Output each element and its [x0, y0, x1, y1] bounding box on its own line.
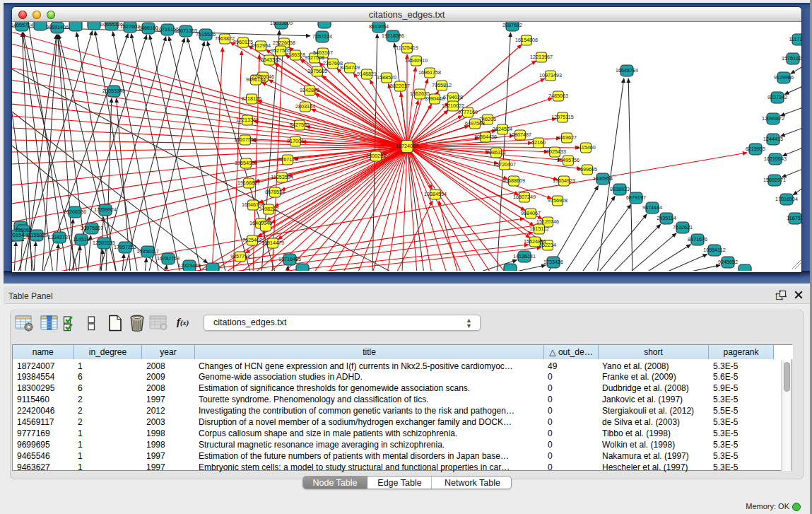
svg-text:1244415: 1244415: [763, 136, 783, 142]
svg-text:12342737: 12342737: [48, 234, 71, 240]
svg-text:14055724: 14055724: [12, 22, 33, 28]
svg-text:8215955: 8215955: [746, 146, 765, 152]
svg-text:8938923: 8938923: [610, 186, 630, 192]
svg-text:1527602: 1527602: [120, 23, 140, 30]
svg-text:15120746: 15120746: [536, 218, 559, 225]
svg-text:15495756: 15495756: [557, 157, 579, 163]
svg-text:1588520: 1588520: [377, 74, 396, 81]
svg-text:116753: 116753: [787, 215, 801, 221]
svg-text:9684067: 9684067: [521, 210, 541, 216]
svg-text:19166827: 19166827: [237, 180, 260, 186]
svg-text:1440954: 1440954: [593, 175, 613, 182]
svg-text:23226058: 23226058: [273, 40, 295, 46]
svg-text:16782759: 16782759: [157, 255, 180, 262]
svg-text:12503135: 12503135: [93, 240, 115, 246]
svg-text:9242848: 9242848: [300, 87, 319, 93]
svg-text:9756928: 9756928: [548, 197, 567, 204]
svg-text:6794028: 6794028: [443, 94, 463, 100]
svg-text:12975115: 12975115: [551, 114, 573, 120]
svg-text:19654983: 19654983: [235, 160, 257, 166]
svg-text:8813054: 8813054: [369, 23, 389, 30]
svg-text:7663822: 7663822: [215, 35, 235, 42]
svg-text:6497568: 6497568: [465, 120, 485, 127]
svg-text:7357224: 7357224: [312, 33, 332, 40]
svg-text:9146821: 9146821: [357, 71, 377, 77]
svg-text:8990448: 8990448: [425, 95, 445, 102]
svg-text:8267110: 8267110: [278, 156, 297, 163]
svg-text:12323448: 12323448: [178, 262, 201, 269]
svg-text:18640910: 18640910: [405, 57, 428, 64]
svg-text:114519: 114519: [73, 236, 89, 243]
svg-text:14136141: 14136141: [513, 253, 536, 259]
svg-text:6879197: 6879197: [626, 194, 646, 201]
svg-text:11156829: 11156829: [26, 232, 48, 238]
svg-text:16961758: 16961758: [418, 69, 441, 76]
svg-text:5463167: 5463167: [313, 49, 333, 56]
svg-text:1615112: 1615112: [529, 226, 548, 232]
svg-text:62160: 62160: [531, 139, 546, 146]
svg-text:7632621: 7632621: [673, 224, 693, 230]
svg-text:16671355: 16671355: [175, 28, 197, 34]
svg-text:8678534: 8678534: [265, 189, 285, 195]
svg-text:16107553: 16107553: [234, 136, 257, 143]
svg-text:8186328: 8186328: [286, 52, 305, 58]
svg-text:20053346: 20053346: [102, 88, 125, 94]
svg-text:2718126: 2718126: [242, 95, 261, 102]
svg-text:9463627: 9463627: [557, 134, 577, 141]
svg-text:1117263: 1117263: [789, 36, 801, 42]
svg-text:8912954: 8912954: [251, 42, 271, 49]
svg-text:10973493: 10973493: [539, 72, 562, 78]
svg-text:9777169: 9777169: [458, 109, 478, 115]
svg-text:9896134: 9896134: [246, 76, 266, 83]
svg-text:9129966: 9129966: [774, 74, 794, 81]
svg-text:19654923: 19654923: [553, 177, 575, 184]
svg-text:19218586: 19218586: [382, 33, 404, 39]
svg-text:10025433: 10025433: [543, 148, 566, 155]
svg-text:20691406: 20691406: [46, 24, 69, 30]
svg-text:2935114: 2935114: [657, 215, 676, 221]
svg-text:7625402: 7625402: [242, 237, 262, 243]
svg-text:917006: 917006: [287, 138, 304, 144]
svg-text:16210022: 16210022: [442, 103, 464, 109]
svg-text:11325419: 11325419: [396, 45, 418, 51]
svg-text:2087682: 2087682: [502, 22, 522, 28]
svg-text:9857791: 9857791: [230, 253, 250, 259]
svg-text:18724007: 18724007: [396, 143, 418, 149]
svg-text:10807487: 10807487: [509, 132, 531, 138]
svg-text:9227342: 9227342: [767, 94, 787, 100]
svg-text:9474444: 9474444: [642, 204, 662, 211]
svg-text:15751024: 15751024: [782, 55, 801, 62]
svg-text:16154808: 16154808: [515, 37, 538, 43]
svg-text:11353594: 11353594: [271, 174, 293, 180]
svg-text:16409948: 16409948: [249, 220, 272, 226]
svg-text:16543382: 16543382: [258, 57, 281, 63]
svg-text:17359924: 17359924: [94, 206, 117, 213]
svg-text:30975867: 30975867: [81, 225, 103, 231]
svg-text:6466160: 6466160: [139, 25, 158, 31]
svg-text:20206536: 20206536: [64, 209, 86, 215]
svg-text:17016504: 17016504: [775, 196, 798, 202]
svg-text:17957253: 17957253: [114, 244, 136, 250]
svg-text:9115460: 9115460: [576, 144, 595, 151]
svg-text:9245652: 9245652: [718, 259, 738, 265]
svg-text:39154: 39154: [12, 232, 24, 238]
svg-text:8427552: 8427552: [290, 122, 310, 128]
svg-text:7515526: 7515526: [196, 31, 216, 37]
svg-text:1733426: 1733426: [543, 259, 563, 265]
svg-text:16033809: 16033809: [270, 22, 293, 26]
svg-text:5822037: 5822037: [390, 83, 410, 89]
svg-text:3875685: 3875685: [307, 68, 327, 74]
svg-text:12213369: 12213369: [236, 117, 259, 123]
svg-text:16648784: 16648784: [616, 67, 638, 74]
svg-text:8454749: 8454749: [340, 64, 360, 71]
svg-text:15720407: 15720407: [493, 161, 516, 168]
svg-text:15716485: 15716485: [278, 256, 301, 262]
svg-text:7485063: 7485063: [548, 93, 568, 99]
svg-text:10958117: 10958117: [136, 248, 158, 255]
svg-text:16914479: 16914479: [261, 240, 284, 246]
svg-text:352214: 352214: [539, 242, 556, 248]
svg-text:7955812: 7955812: [432, 82, 452, 88]
svg-text:12213967: 12213967: [530, 54, 553, 60]
svg-text:2300293: 2300293: [366, 153, 386, 159]
svg-text:10654112: 10654112: [703, 247, 725, 253]
